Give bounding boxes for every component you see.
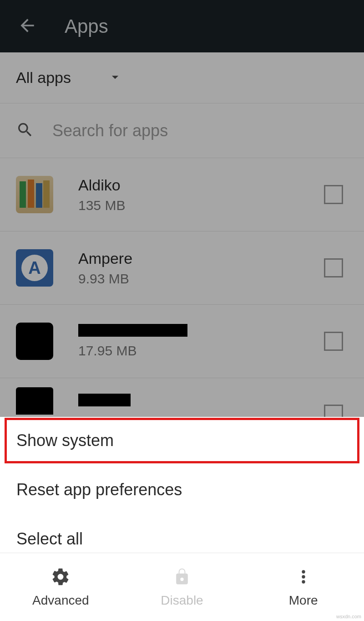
app-meta xyxy=(78,394,348,408)
search-row[interactable] xyxy=(0,103,364,158)
gear-icon xyxy=(51,567,71,589)
app-meta: 17.95 MB xyxy=(78,324,348,359)
app-icon xyxy=(16,387,53,415)
watermark: wsxdn.com xyxy=(336,614,361,619)
bottom-label: More xyxy=(289,593,318,608)
app-size: 17.95 MB xyxy=(78,343,348,359)
app-name: Aldiko xyxy=(78,176,348,194)
app-name-redacted xyxy=(78,324,187,337)
menu-item-reset-preferences[interactable]: Reset app preferences xyxy=(0,465,364,514)
app-icon xyxy=(16,176,53,213)
app-checkbox[interactable] xyxy=(324,185,343,204)
search-icon xyxy=(16,121,34,141)
app-list-item[interactable]: Aldiko 135 MB xyxy=(0,158,364,231)
app-icon: A xyxy=(16,249,53,287)
app-checkbox[interactable] xyxy=(324,258,343,277)
back-icon[interactable] xyxy=(17,15,37,37)
app-icon xyxy=(16,323,53,360)
disable-button: Disable xyxy=(121,553,243,621)
search-input[interactable] xyxy=(52,121,280,140)
app-meta: Ampere 9.93 MB xyxy=(78,250,348,287)
overflow-menu: Show system Reset app preferences Select… xyxy=(0,417,364,553)
filter-label: All apps xyxy=(16,69,71,87)
app-bar: Apps xyxy=(0,0,364,52)
lock-icon xyxy=(172,567,192,589)
app-list: Aldiko 135 MB A Ampere 9.93 MB 17.95 MB xyxy=(0,158,364,424)
app-checkbox[interactable] xyxy=(324,332,343,351)
app-name: Ampere xyxy=(78,250,348,267)
app-meta: Aldiko 135 MB xyxy=(78,176,348,213)
chevron-down-icon xyxy=(107,69,123,87)
app-size: 9.93 MB xyxy=(78,271,348,287)
app-name-redacted xyxy=(78,394,131,406)
app-list-item[interactable]: 17.95 MB xyxy=(0,305,364,378)
filter-dropdown[interactable]: All apps xyxy=(0,52,364,103)
menu-item-show-system[interactable]: Show system xyxy=(5,419,359,462)
more-button[interactable]: More xyxy=(243,553,364,621)
app-size: 135 MB xyxy=(78,198,348,213)
app-list-item[interactable]: A Ampere 9.93 MB xyxy=(0,231,364,305)
more-vert-icon xyxy=(293,567,313,589)
bottom-bar: Advanced Disable More xyxy=(0,553,364,621)
bottom-label: Advanced xyxy=(32,593,89,608)
bottom-label: Disable xyxy=(161,593,203,608)
advanced-button[interactable]: Advanced xyxy=(0,553,121,621)
page-title: Apps xyxy=(65,15,108,37)
